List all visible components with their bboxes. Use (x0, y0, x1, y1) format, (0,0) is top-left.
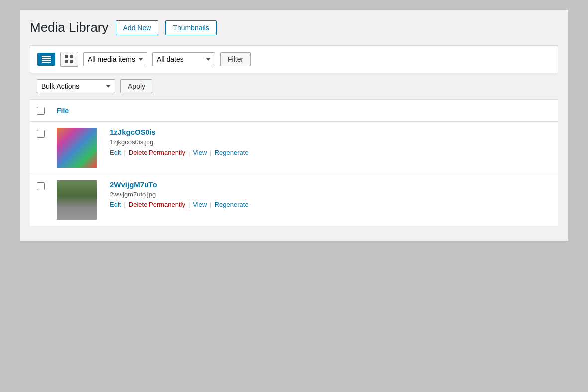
apply-button[interactable]: Apply (120, 79, 152, 93)
grid-view-icon (65, 55, 74, 64)
row-1-thumbnail (57, 128, 102, 168)
media-type-filter-wrapper: All media items Images Audio Video Docum… (83, 52, 147, 66)
filter-button[interactable]: Filter (220, 52, 251, 66)
row-2-regenerate-link[interactable]: Regenerate (215, 201, 249, 208)
page-title: Media Library (30, 20, 109, 35)
select-all-checkbox[interactable] (37, 107, 45, 115)
row-2-info: 2WvijgM7uTo 2wvijgm7uto.jpg Edit | Delet… (110, 180, 551, 208)
sep-1: | (124, 149, 125, 156)
row-checkbox-cell (37, 180, 57, 192)
file-column-header[interactable]: File (57, 107, 69, 115)
row-1-view-link[interactable]: View (193, 149, 207, 156)
date-filter[interactable]: All dates January 2024 February 2024 Mar… (152, 52, 215, 66)
sep-5: | (188, 201, 190, 208)
row-2-actions: Edit | Delete Permanently | View | Regen… (110, 201, 551, 208)
sep-2: | (188, 149, 190, 156)
svg-rect-6 (65, 60, 68, 63)
media-table: File 1zJkgcOS0is 1zjkgcos0is.jpg Edit | … (30, 100, 558, 226)
row-2-view-link[interactable]: View (193, 201, 207, 208)
sep-3: | (210, 149, 211, 156)
row-1-delete-link[interactable]: Delete Permanently (129, 149, 185, 156)
row-2-filename: 2wvijgm7uto.jpg (110, 191, 551, 198)
table-header-row: File (30, 100, 558, 122)
thumbnails-button[interactable]: Thumbnails (165, 20, 216, 35)
sep-6: | (210, 201, 211, 208)
svg-rect-5 (70, 55, 73, 58)
row-1-regenerate-link[interactable]: Regenerate (215, 149, 249, 156)
date-filter-wrapper: All dates January 2024 February 2024 Mar… (152, 52, 215, 66)
svg-rect-1 (42, 58, 51, 59)
row-1-title[interactable]: 1zJkgcOS0is (110, 128, 551, 136)
row-2-edit-link[interactable]: Edit (110, 201, 121, 208)
media-type-filter[interactable]: All media items Images Audio Video Docum… (83, 52, 147, 66)
add-new-button[interactable]: Add New (116, 20, 159, 35)
bulk-actions-select[interactable]: Bulk Actions Delete Permanently (37, 79, 115, 93)
svg-rect-4 (65, 55, 68, 58)
row-checkbox-cell (37, 128, 57, 139)
table-row: 2WvijgM7uTo 2wvijgm7uto.jpg Edit | Delet… (30, 174, 558, 226)
row-2-thumbnail (57, 180, 102, 220)
bulk-actions-bar: Bulk Actions Delete Permanently Apply (30, 73, 558, 100)
grid-view-button[interactable] (60, 52, 78, 67)
sep-4: | (124, 201, 125, 208)
list-view-button[interactable] (37, 53, 55, 66)
row-1-actions: Edit | Delete Permanently | View | Regen… (110, 149, 551, 156)
row-1-checkbox[interactable] (37, 130, 45, 138)
filter-toolbar: All media items Images Audio Video Docum… (30, 45, 558, 73)
table-row: 1zJkgcOS0is 1zjkgcos0is.jpg Edit | Delet… (30, 122, 558, 174)
list-view-icon (42, 56, 51, 63)
svg-rect-0 (42, 56, 51, 57)
svg-rect-2 (42, 60, 51, 61)
select-all-cell (37, 105, 57, 116)
row-2-delete-link[interactable]: Delete Permanently (129, 201, 185, 208)
row-1-edit-link[interactable]: Edit (110, 149, 121, 156)
svg-rect-3 (42, 62, 51, 63)
bulk-actions-wrapper: Bulk Actions Delete Permanently (37, 79, 115, 93)
row-1-info: 1zJkgcOS0is 1zjkgcos0is.jpg Edit | Delet… (110, 128, 551, 156)
row-2-title[interactable]: 2WvijgM7uTo (110, 180, 551, 189)
row-2-checkbox[interactable] (37, 182, 45, 190)
svg-rect-7 (70, 60, 73, 63)
page-header: Media Library Add New Thumbnails (30, 20, 558, 35)
row-1-filename: 1zjkgcos0is.jpg (110, 138, 551, 146)
